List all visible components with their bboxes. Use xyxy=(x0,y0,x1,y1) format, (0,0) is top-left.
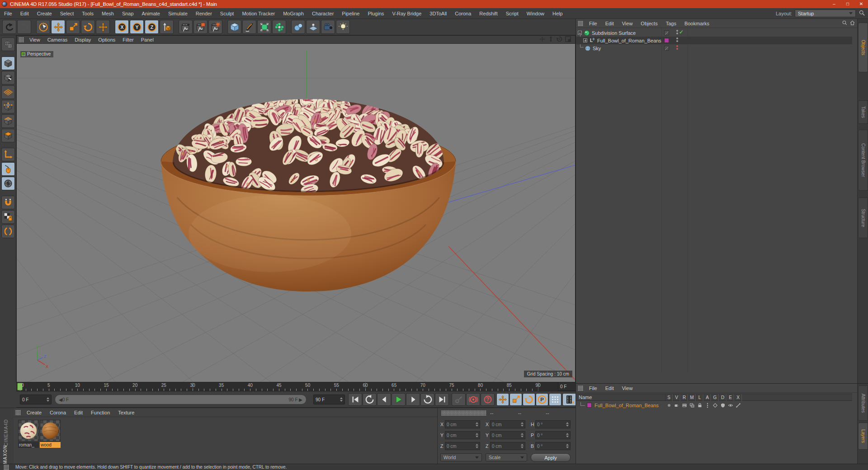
position-x-field[interactable]: 0 cm xyxy=(445,420,480,428)
menu-script[interactable]: Script xyxy=(502,8,523,19)
spinner-arrows-icon[interactable] xyxy=(566,422,569,427)
search-icon[interactable] xyxy=(842,20,848,27)
cloner-objects-button[interactable] xyxy=(272,20,286,34)
play-backward-button[interactable] xyxy=(363,393,377,406)
drag-handle-icon[interactable] xyxy=(441,410,486,416)
light-button[interactable] xyxy=(336,20,350,34)
end-frame-spinner[interactable]: 90 F xyxy=(313,395,345,404)
record-rotation-button[interactable] xyxy=(523,393,535,406)
size-z-field[interactable]: 0 cm xyxy=(490,442,525,450)
display-color-chip[interactable] xyxy=(587,403,592,408)
enable-toggle-dots[interactable] xyxy=(676,38,678,42)
search-icon[interactable] xyxy=(859,9,865,17)
material-menu-texture[interactable]: Texture xyxy=(114,408,138,417)
menu-v-ray-bridge[interactable]: V-Ray Bridge xyxy=(388,8,426,19)
live-selection-button[interactable] xyxy=(36,20,50,34)
rotate-button[interactable] xyxy=(81,20,95,34)
side-tab-content-browser[interactable]: Content Browser xyxy=(858,130,868,191)
collapse-icon[interactable] xyxy=(578,31,582,35)
column-header-m[interactable]: M xyxy=(688,394,696,401)
object-row-sky[interactable]: Sky xyxy=(576,44,852,52)
camera-button[interactable] xyxy=(321,20,335,34)
om-menu-objects[interactable]: Objects xyxy=(637,19,661,28)
viewport-orbit-icon[interactable] xyxy=(556,36,563,43)
menu-snap[interactable]: Snap xyxy=(118,8,138,19)
ruler-frame-spinner[interactable]: 0 F xyxy=(558,382,576,391)
size-x-field[interactable]: 0 cm xyxy=(490,420,525,428)
menu-plugins[interactable]: Plugins xyxy=(363,8,388,19)
menu-corona[interactable]: Corona xyxy=(451,8,475,19)
display-color-off-chip[interactable] xyxy=(664,46,669,51)
display-color-off-chip[interactable] xyxy=(664,30,669,35)
object-name[interactable]: Sky xyxy=(593,46,601,51)
menu-animate[interactable]: Animate xyxy=(138,8,164,19)
object-name[interactable]: Subdivision Surface xyxy=(592,30,636,36)
axis-mode-button[interactable] xyxy=(1,148,15,161)
enable-toggle-dots[interactable] xyxy=(676,30,678,34)
model-mode-button[interactable] xyxy=(1,56,15,70)
autokeying-button[interactable] xyxy=(466,393,480,406)
material-thumbnail-wood[interactable]: wood xyxy=(40,420,61,448)
keyframe-selection-filter-button[interactable] xyxy=(562,393,576,406)
tag-cam-icon[interactable] xyxy=(673,402,680,409)
menu-file[interactable]: File xyxy=(0,8,16,19)
undo-button[interactable] xyxy=(2,20,16,34)
object-row-full-bowl-of-roman-beans[interactable]: L0Full_Bowl_of_Roman_Beans xyxy=(576,37,852,44)
play-loop-button[interactable] xyxy=(420,393,434,406)
enable-toggle-dots[interactable] xyxy=(676,45,678,50)
scene-3d[interactable]: YXZ xyxy=(17,44,576,382)
tag-film-icon[interactable] xyxy=(681,402,688,409)
menu-motion-tracker[interactable]: Motion Tracker xyxy=(238,8,279,19)
layer-object-name[interactable]: Full_Bowl_of_Roman_Beans xyxy=(594,403,659,408)
tag-lock-icon[interactable] xyxy=(696,402,703,409)
side-tab-objects[interactable]: Objects xyxy=(858,23,868,72)
column-header-g[interactable]: G xyxy=(711,394,719,401)
keyframe-selection-button[interactable]: ? xyxy=(481,393,495,406)
menu-help[interactable]: Help xyxy=(548,8,567,19)
menu-window[interactable]: Window xyxy=(523,8,548,19)
rotation-h-field[interactable]: 0 ° xyxy=(535,420,571,428)
render-picture-viewer-button[interactable] xyxy=(193,20,208,34)
snap-rings-button[interactable] xyxy=(1,225,15,238)
record-position-button[interactable] xyxy=(496,393,509,406)
material-menu-create[interactable]: Create xyxy=(23,408,46,417)
material-menu-function[interactable]: Function xyxy=(87,408,114,417)
menu-redshift[interactable]: Redshift xyxy=(475,8,501,19)
om-menu-file[interactable]: File xyxy=(585,19,601,28)
viewport-menu-options[interactable]: Options xyxy=(94,36,119,44)
menu-edit[interactable]: Edit xyxy=(16,8,33,19)
menu-mesh[interactable]: Mesh xyxy=(98,8,118,19)
menu-simulate[interactable]: Simulate xyxy=(164,8,192,19)
tag-eye-icon[interactable] xyxy=(727,402,734,409)
tag-dots3-icon[interactable] xyxy=(704,402,711,409)
floor-environment-button[interactable] xyxy=(306,20,320,34)
drag-handle-icon[interactable] xyxy=(15,410,21,415)
menu-tools[interactable]: Tools xyxy=(78,8,98,19)
viewport-camera-label[interactable]: Perspective xyxy=(20,51,53,57)
redo-button[interactable] xyxy=(17,20,31,34)
spinner-arrows-icon[interactable] xyxy=(340,397,343,402)
record-point-level-button[interactable] xyxy=(549,393,561,406)
om-menu-edit[interactable]: Edit xyxy=(601,19,618,28)
rotation-b-field[interactable]: 0 ° xyxy=(535,442,571,450)
goto-end-button[interactable] xyxy=(435,393,449,406)
workplane-lock-button[interactable] xyxy=(1,210,15,224)
menu-sculpt[interactable]: Sculpt xyxy=(216,8,238,19)
position-y-field[interactable]: 0 cm xyxy=(445,431,480,439)
viewport-menu-filter[interactable]: Filter xyxy=(119,36,137,44)
menu-render[interactable]: Render xyxy=(192,8,216,19)
column-header-r[interactable]: R xyxy=(680,394,688,401)
om-menu-tags[interactable]: Tags xyxy=(662,19,680,28)
spline-pen-button[interactable] xyxy=(242,20,256,34)
close-button[interactable]: ✕ xyxy=(854,0,868,8)
drag-handle-icon[interactable] xyxy=(578,385,583,391)
maximize-button[interactable]: □ xyxy=(841,0,854,8)
om-menu-bookmarks[interactable]: Bookmarks xyxy=(680,19,713,28)
home-icon[interactable] xyxy=(849,20,855,27)
viewport-menu-display[interactable]: Display xyxy=(71,36,94,44)
drag-handle-icon[interactable] xyxy=(19,37,24,42)
check-icon[interactable]: ✓ xyxy=(679,29,684,35)
spinner-arrows-icon[interactable] xyxy=(47,397,49,402)
viewport-dolly-icon[interactable] xyxy=(547,36,554,43)
column-header-e[interactable]: E xyxy=(726,394,734,401)
